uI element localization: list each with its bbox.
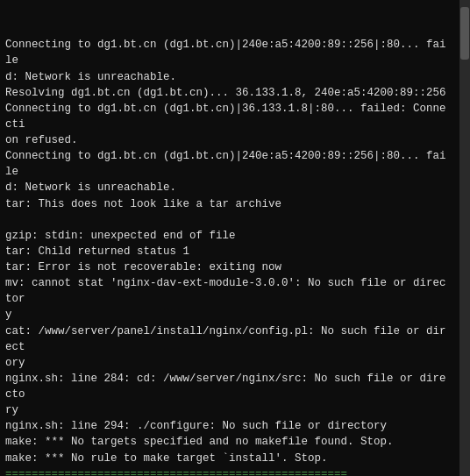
terminal-line: Connecting to dg1.bt.cn (dg1.bt.cn)|240e… [5, 148, 452, 180]
terminal-line: cat: /www/server/panel/install/nginx/con… [5, 323, 452, 355]
terminal-line: ory [5, 355, 452, 371]
terminal-line: Resolving dg1.bt.cn (dg1.bt.cn)... 36.13… [5, 85, 452, 101]
terminal-line: ry [5, 402, 452, 418]
terminal-line: gzip: stdin: unexpected end of file [5, 228, 452, 244]
terminal-line: d: Network is unreachable. [5, 69, 452, 85]
terminal-line: ========================================… [5, 466, 452, 476]
terminal-line: nginx.sh: line 294: ./configure: No such… [5, 418, 452, 434]
terminal-line: on refused. [5, 132, 452, 148]
terminal-line: y [5, 307, 452, 323]
terminal-line: Connecting to dg1.bt.cn (dg1.bt.cn)|240e… [5, 37, 452, 68]
terminal-line: tar: Child returned status 1 [5, 244, 452, 259]
scrollbar[interactable] [459, 0, 470, 476]
terminal-output[interactable]: Connecting to dg1.bt.cn (dg1.bt.cn)|240e… [0, 0, 459, 476]
terminal-line: mv: cannot stat 'nginx-dav-ext-module-3.… [5, 275, 452, 307]
terminal-line: tar: Error is not recoverable: exiting n… [5, 259, 452, 275]
terminal-line: make: *** No rule to make target `instal… [5, 451, 452, 466]
terminal-line: tar: This does not look like a tar archi… [5, 196, 452, 212]
terminal-line: Connecting to dg1.bt.cn (dg1.bt.cn)|36.1… [5, 101, 452, 132]
terminal-window: Connecting to dg1.bt.cn (dg1.bt.cn)|240e… [0, 0, 470, 476]
scrollbar-thumb[interactable] [460, 7, 469, 60]
terminal-line: d: Network is unreachable. [5, 180, 452, 195]
terminal-line-empty [5, 212, 452, 228]
terminal-line: nginx.sh: line 284: cd: /www/server/ngin… [5, 371, 452, 402]
terminal-line: make: *** No targets specified and no ma… [5, 434, 452, 450]
